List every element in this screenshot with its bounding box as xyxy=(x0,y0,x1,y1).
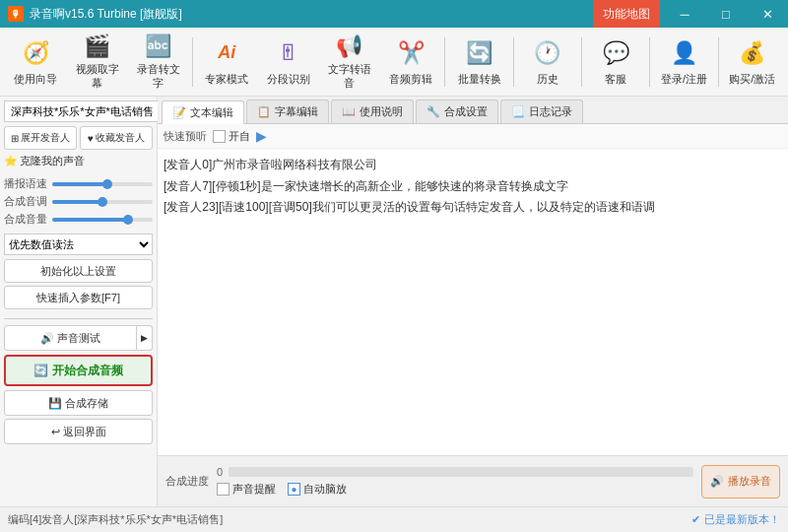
clone-label: 克隆我的声音 xyxy=(20,154,85,168)
speed-track[interactable] xyxy=(52,182,153,186)
play-audio-icon: 🔊 xyxy=(710,475,724,488)
nav-label: 使用向导 xyxy=(14,73,57,86)
save-button[interactable]: 💾 合成存储 xyxy=(4,390,153,416)
status-left: 编码[4]发音人[深声科技*乐乐*女声*电话销售] xyxy=(8,512,223,527)
check-auto-play[interactable]: ● 自动脑放 xyxy=(288,482,347,497)
check-sound-remind[interactable]: 声音提醒 xyxy=(217,482,276,497)
init-settings-button[interactable]: 初始化以上设置 xyxy=(4,259,153,283)
quick-listen-label: 快速预听 xyxy=(164,129,207,144)
toolbar-convert[interactable]: 🔤 录音转文字 xyxy=(129,32,188,93)
tab-synth-settings[interactable]: 🔧 合成设置 xyxy=(416,100,498,123)
app-icon: 🎙 xyxy=(8,6,24,22)
toolbar-service[interactable]: 💬 客服 xyxy=(586,32,645,93)
save-icon: 💾 xyxy=(48,397,62,410)
progress-container: 0 声音提醒 ● 自动脑放 xyxy=(217,466,693,497)
feature-map-button[interactable]: 功能地图 xyxy=(593,0,660,28)
sound-test-label: 声音测试 xyxy=(57,331,100,346)
volume-track[interactable] xyxy=(52,218,153,222)
batch-icon: 🔄 xyxy=(464,37,495,69)
collect-voice-button[interactable]: ♥ 收藏发音人 xyxy=(80,126,153,150)
toolbar-separator-6 xyxy=(718,37,719,87)
service-icon: 💬 xyxy=(600,37,631,69)
voice-selector-row: 深声科技*乐乐*女声*电话销售 ▼ xyxy=(4,100,153,122)
left-panel: 深声科技*乐乐*女声*电话销售 ▼ ⊞ 展开发音人 ♥ 收藏发音人 ⭐ 克隆我的… xyxy=(0,97,158,506)
quick-listen-play-icon[interactable]: ▶ xyxy=(256,128,267,144)
toolbar-segment[interactable]: 🎚 分段识别 xyxy=(258,32,317,93)
maximize-button[interactable]: □ xyxy=(705,0,747,28)
toolbar-video[interactable]: 🎬 视频取字幕 xyxy=(67,32,126,93)
sound-test-arrow[interactable]: ▶ xyxy=(137,325,153,351)
tab-subtitle-edit[interactable]: 📋 字幕编辑 xyxy=(246,100,329,123)
back-icon: ↩ xyxy=(51,426,60,438)
status-bar: 编码[4]发音人[深声科技*乐乐*女声*电话销售] ✔ 已是最新版本！ xyxy=(0,506,788,532)
sound-remind-checkbox[interactable] xyxy=(217,483,230,496)
separator-1 xyxy=(4,318,153,319)
checkbox-box[interactable] xyxy=(213,130,226,143)
toolbar-ai[interactable]: Ai 专家模式 xyxy=(197,32,256,93)
volume-label: 合成音量 xyxy=(4,212,48,227)
save-label: 合成存储 xyxy=(65,396,108,411)
convert-icon: 🔤 xyxy=(143,33,174,59)
expand-icon: ⊞ xyxy=(11,133,19,144)
insert-params-button[interactable]: 快速插入参数[F7] xyxy=(4,286,153,309)
nav-icon: 🧭 xyxy=(20,37,51,69)
num-read-select[interactable]: 优先数值读法 xyxy=(4,233,153,255)
star-icon: ⭐ xyxy=(4,155,18,167)
toolbar-nav[interactable]: 🧭 使用向导 xyxy=(6,32,65,93)
toolbar: 🧭 使用向导 🎬 视频取字幕 🔤 录音转文字 Ai 专家模式 🎚 分段识别 📢 … xyxy=(0,28,788,97)
progress-label: 合成进度 xyxy=(165,474,209,489)
text-editor[interactable]: [发音人0]广州市录音啦网络科技有限公司 [发音人7][停顿1秒]是一家快速增长… xyxy=(158,149,788,455)
tab-log[interactable]: 📃 日志记录 xyxy=(500,100,583,123)
synth-button[interactable]: 🔄 开始合成音频 xyxy=(4,355,153,386)
quick-listen-bar: 快速预听 开自 ▶ xyxy=(158,124,788,149)
voice-select[interactable]: 深声科技*乐乐*女声*电话销售 xyxy=(4,100,172,122)
toolbar-buy[interactable]: 💰 购买/激活 xyxy=(723,32,782,93)
video-icon: 🎬 xyxy=(82,33,113,59)
tab-subtitle-edit-label: 字幕编辑 xyxy=(275,104,318,119)
segment-label: 分段识别 xyxy=(267,73,310,86)
pitch-track[interactable] xyxy=(52,200,153,204)
toolbar-login[interactable]: 👤 登录/注册 xyxy=(654,32,713,93)
sound-test-icon: 🔊 xyxy=(40,332,54,345)
title-bar-left: 🎙 录音啊v15.6 Turbine [旗舰版] xyxy=(8,6,182,23)
history-label: 历史 xyxy=(537,73,558,86)
speed-fill xyxy=(52,182,107,186)
sound-test-row: 🔊 声音测试 ▶ xyxy=(4,325,153,351)
auto-play-checkbox[interactable]: ● xyxy=(288,483,300,496)
tab-instructions-icon: 📖 xyxy=(342,105,356,118)
toolbar-separator-2 xyxy=(444,37,445,87)
expand-voice-button[interactable]: ⊞ 展开发音人 xyxy=(4,126,77,150)
progress-time: 0 xyxy=(217,466,223,478)
volume-fill xyxy=(52,218,128,222)
tts-label: 文字转语音 xyxy=(324,63,375,89)
back-label: 返回界面 xyxy=(63,425,106,439)
buy-icon: 💰 xyxy=(737,37,768,69)
pitch-slider-row: 合成音调 xyxy=(4,194,153,209)
pitch-fill xyxy=(52,200,102,204)
voice-btn-row: ⊞ 展开发音人 ♥ 收藏发音人 xyxy=(4,126,153,150)
play-audio-button[interactable]: 🔊 播放录音 xyxy=(701,465,780,499)
toolbar-tts[interactable]: 📢 文字转语音 xyxy=(320,32,379,93)
toolbar-separator-4 xyxy=(581,37,582,87)
volume-thumb[interactable] xyxy=(123,215,133,225)
minimize-button[interactable]: ─ xyxy=(664,0,705,28)
tab-subtitle-edit-icon: 📋 xyxy=(257,105,271,118)
synth-label: 开始合成音频 xyxy=(52,363,123,379)
segment-icon: 🎚 xyxy=(273,37,304,69)
pitch-thumb[interactable] xyxy=(98,197,107,207)
quick-listen-checkbox[interactable]: 开自 xyxy=(213,129,250,144)
close-button[interactable]: ✕ xyxy=(747,0,788,28)
toolbar-audio-edit[interactable]: ✂️ 音频剪辑 xyxy=(381,32,440,93)
tab-text-edit[interactable]: 📝 文本编辑 xyxy=(162,100,244,124)
progress-bar xyxy=(229,467,693,477)
toolbar-separator-1 xyxy=(192,37,193,87)
tab-instructions[interactable]: 📖 使用说明 xyxy=(331,100,414,123)
speed-thumb[interactable] xyxy=(102,179,112,189)
update-icon: ✔ xyxy=(691,513,700,526)
sound-test-button[interactable]: 🔊 声音测试 xyxy=(4,325,137,351)
back-button[interactable]: ↩ 返回界面 xyxy=(4,419,153,444)
batch-label: 批量转换 xyxy=(458,73,501,86)
toolbar-history[interactable]: 🕐 历史 xyxy=(518,32,577,93)
toolbar-batch[interactable]: 🔄 批量转换 xyxy=(449,32,508,93)
history-icon: 🕐 xyxy=(532,37,563,69)
